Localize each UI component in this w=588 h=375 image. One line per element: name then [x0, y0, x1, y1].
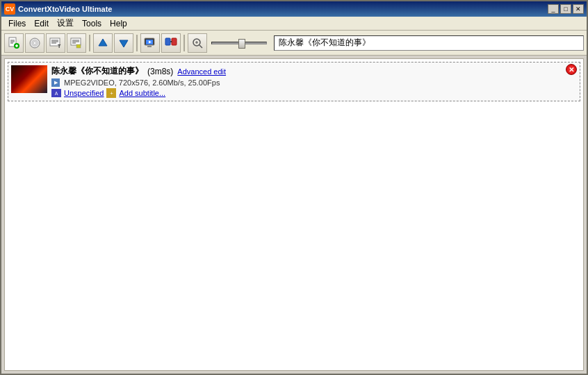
zoom-slider[interactable]: [211, 42, 267, 44]
title-bar: CV ConvertXtoVideo Ultimate _ □ ✕: [1, 1, 587, 17]
file-title: 陈永馨《你不知道的事》: [51, 65, 143, 77]
svg-point-8: [33, 42, 36, 44]
toolbar: T: [1, 31, 587, 56]
minimize-button[interactable]: _: [548, 4, 559, 14]
zoom-slider-container: [211, 42, 267, 44]
add-dvd-icon: [28, 37, 41, 49]
add-dvd-button[interactable]: [25, 33, 44, 53]
subtitle-lang-link[interactable]: Unspecified: [64, 89, 104, 97]
menu-bar: Files Edit 设置 Tools Help: [1, 17, 587, 31]
menu-files[interactable]: Files: [4, 17, 30, 30]
zoom-button[interactable]: [188, 33, 207, 53]
maximize-button[interactable]: □: [560, 4, 571, 14]
zoom-icon: [191, 37, 204, 49]
add-file-icon: [8, 37, 20, 49]
subtitle-lang-icon: A: [51, 89, 61, 97]
svg-line-30: [199, 45, 202, 48]
file-info: 陈永馨《你不知道的事》 (3m8s) Advanced edit ▶ MPEG2…: [51, 65, 577, 98]
video-format-text: MPEG2VIDEO, 720x576, 2.60Mb/s, 25.00Fps: [64, 78, 220, 87]
file-title-row: 陈永馨《你不知道的事》 (3m8s) Advanced edit: [51, 65, 577, 77]
menu-help[interactable]: Help: [106, 17, 131, 30]
convert-button[interactable]: [161, 33, 181, 53]
main-content: 陈永馨《你不知道的事》 (3m8s) Advanced edit ▶ MPEG2…: [1, 56, 587, 374]
slider-thumb: [238, 39, 245, 49]
title-display: 陈永馨《你不知道的事》: [274, 35, 584, 51]
file-list-area[interactable]: 陈永馨《你不知道的事》 (3m8s) Advanced edit ▶ MPEG2…: [4, 58, 584, 371]
thumbnail-image: [11, 65, 47, 93]
move-down-icon: [117, 37, 130, 49]
app-icon: CV: [4, 3, 15, 15]
add-text-icon: T: [49, 37, 62, 49]
add-subtitle-link[interactable]: Add subtitle...: [119, 89, 165, 97]
remove-button[interactable]: ✕: [566, 64, 578, 76]
menu-tools[interactable]: Tools: [78, 17, 106, 30]
svg-marker-21: [120, 40, 128, 47]
subtitle-add-icon: +: [106, 88, 116, 98]
close-button[interactable]: ✕: [573, 4, 584, 14]
file-duration: (3m8s): [147, 67, 173, 76]
file-thumbnail: [11, 65, 47, 93]
file-subtitle-row: A Unspecified + Add subtitle...: [51, 88, 577, 98]
settings-button[interactable]: [67, 33, 86, 53]
add-file-button[interactable]: [4, 33, 24, 53]
settings-icon: [70, 37, 83, 49]
separator-2: [136, 35, 138, 51]
svg-text:T: T: [58, 44, 61, 49]
separator-1: [89, 35, 90, 51]
svg-rect-26: [165, 38, 170, 45]
title-bar-left: CV ConvertXtoVideo Ultimate: [4, 3, 113, 15]
menu-edit[interactable]: Edit: [30, 17, 53, 30]
file-details: ▶ MPEG2VIDEO, 720x576, 2.60Mb/s, 25.00Fp…: [51, 78, 577, 87]
remove-icon: ✕: [566, 64, 577, 75]
window-title: ConvertXtoVideo Ultimate: [18, 5, 113, 13]
add-text-button[interactable]: T: [46, 33, 65, 53]
main-window: CV ConvertXtoVideo Ultimate _ □ ✕ Files …: [0, 0, 588, 375]
preview-button[interactable]: [140, 33, 160, 53]
convert-icon: [165, 37, 177, 49]
svg-rect-27: [172, 38, 177, 45]
title-buttons: _ □ ✕: [548, 4, 584, 14]
menu-settings[interactable]: 设置: [53, 16, 78, 31]
separator-3: [183, 35, 185, 51]
file-item: 陈永馨《你不知道的事》 (3m8s) Advanced edit ▶ MPEG2…: [8, 62, 580, 101]
svg-rect-19: [76, 44, 81, 48]
video-format-icon: ▶: [51, 78, 60, 87]
move-up-button[interactable]: [93, 33, 113, 53]
advanced-edit-link[interactable]: Advanced edit: [177, 67, 226, 76]
svg-rect-25: [147, 46, 152, 47]
preview-icon: [144, 37, 156, 49]
move-down-button[interactable]: [114, 33, 133, 53]
svg-marker-20: [99, 39, 107, 46]
move-up-icon: [97, 37, 109, 49]
